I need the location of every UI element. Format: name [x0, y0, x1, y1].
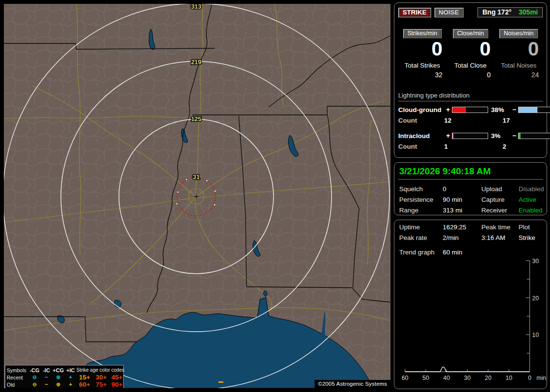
legend-old-row: Old ⊖ − ⊕ + 60+ 75+ 90+	[7, 381, 122, 388]
close-per-min-chip[interactable]: Close/min	[453, 29, 489, 38]
strikes-column: Strikes/min 0 Total Strikes 32	[398, 29, 447, 79]
y-tick-30: 30	[532, 258, 539, 265]
noises-per-min-value: 0	[494, 39, 543, 59]
x-tick-10: 10	[506, 375, 512, 381]
total-close-value: 0	[447, 71, 495, 79]
legend-symbols-header: Symbols	[7, 367, 28, 373]
noises-column: Noises/min 0 Total Noises 24	[494, 29, 543, 79]
ic-plus-bar-fill	[452, 133, 453, 139]
peak-time-value: 3:16 AM	[481, 234, 519, 241]
x-tick-30: 30	[464, 375, 471, 381]
x-tick-40: 40	[443, 375, 450, 381]
cloud-ground-count-row: Count 12 17	[398, 117, 543, 124]
bearing-value: Bng 172°	[482, 8, 511, 16]
recent-pos-ic-icon: +	[65, 375, 76, 380]
cloud-ground-label: Cloud-ground	[398, 106, 444, 113]
cloud-ground-row: Cloud-ground + 38% − 53%	[398, 106, 543, 113]
minus-sign: −	[510, 132, 518, 140]
minus-sign: −	[510, 106, 518, 113]
ic-minus-count: 2	[503, 143, 543, 150]
plus-sign: +	[444, 106, 452, 113]
ring-label-31: 31	[193, 173, 200, 181]
receiver-status: Enabled	[519, 207, 544, 214]
ic-minus-bar-fill	[519, 133, 521, 139]
trend-graph-label: Trend graph	[399, 249, 443, 256]
capture-label: Capture	[481, 196, 519, 203]
old-neg-ic-icon: −	[41, 382, 52, 387]
ic-plus-count: 1	[444, 143, 503, 150]
peak-time-label: Peak time	[481, 224, 519, 231]
cg-minus-bar	[518, 107, 550, 113]
ic-plus-pct: 3%	[488, 132, 510, 140]
legend-age-header: Strike age color codes	[76, 367, 124, 373]
peak-rate-label: Peak rate	[399, 234, 443, 241]
status-panel: 3/21/2026 9:40:18 AM Squelch 0 Upload Di…	[394, 162, 547, 215]
recent-pos-cg-icon: ⊕	[52, 375, 65, 380]
y-tick-20: 20	[532, 295, 539, 302]
noises-per-min-chip[interactable]: Noises/min	[499, 29, 538, 38]
x-axis-unit: min	[536, 375, 546, 381]
legend-col-ncg: -CG	[28, 367, 41, 373]
cg-plus-count: 12	[444, 117, 503, 124]
intracloud-row: Intracloud + 3% − 6%	[398, 132, 543, 140]
old-pos-ic-icon: +	[65, 382, 76, 387]
strike-mode-button[interactable]: STRIKE	[398, 8, 431, 17]
x-tick-20: 20	[485, 375, 492, 381]
recent-neg-ic-icon: −	[41, 375, 52, 380]
uptime-value: 1629:25	[443, 224, 481, 231]
strike-stats-panel: STRIKE NOISE Bng 172° 305mi Strikes/min …	[394, 2, 547, 158]
close-per-min-value: 0	[447, 39, 495, 59]
upload-label: Upload	[481, 185, 519, 193]
old-pos-cg-icon: ⊕	[52, 382, 65, 387]
age-45: 45+	[110, 374, 124, 381]
noise-mode-button[interactable]: NOISE	[434, 8, 463, 17]
strikes-per-min-value: 0	[398, 39, 447, 59]
x-tick-0: 0	[528, 375, 532, 381]
datetime-display: 3/21/2026 9:40:18 AM	[398, 165, 543, 180]
app-window: 313 219 125 31 Symbols -CG -IC +CG +IC S…	[0, 0, 550, 392]
cg-plus-bar-fill	[452, 107, 466, 112]
trend-axis-labels: 30 20 10 60 50 40 30 20 10 0 min	[402, 258, 546, 381]
squelch-value: 0	[443, 185, 481, 193]
total-close-label: Total Close	[447, 62, 495, 69]
map-viewport[interactable]: 313 219 125 31 Symbols -CG -IC +CG +IC S…	[4, 4, 391, 388]
plus-sign: +	[444, 132, 452, 140]
total-strikes-label: Total Strikes	[398, 62, 447, 69]
plot-mode-value: Strike	[519, 234, 543, 241]
capture-status: Active	[519, 196, 544, 203]
age-75: 75+	[93, 381, 110, 388]
age-60: 60+	[76, 381, 93, 388]
persistence-value: 90 min	[443, 196, 481, 203]
trend-panel: Uptime 1629:25 Peak time Plot Peak rate …	[394, 220, 547, 389]
legend-col-pcg: +CG	[52, 367, 65, 373]
legend-header-row: Symbols -CG -IC +CG +IC Strike age color…	[7, 366, 122, 374]
distance-value: 305mi	[519, 8, 538, 16]
range-value: 313 mi	[443, 207, 481, 214]
count-label: Count	[398, 143, 444, 150]
receiver-label: Receiver	[481, 207, 519, 214]
total-noises-value: 24	[494, 71, 543, 79]
y-tick-10: 10	[532, 332, 539, 338]
strikes-per-min-chip[interactable]: Strikes/min	[403, 29, 442, 38]
ring-label-125: 125	[191, 115, 202, 123]
cg-plus-bar	[452, 107, 488, 113]
cg-plus-pct: 38%	[488, 106, 510, 113]
range-label: Range	[399, 207, 443, 214]
legend-recent-label: Recent	[7, 375, 28, 380]
ring-label-313: 313	[191, 4, 202, 10]
x-tick-60: 60	[402, 375, 408, 381]
legend-old-label: Old	[7, 382, 28, 388]
legend-col-nic: -IC	[41, 367, 52, 373]
count-label: Count	[398, 117, 444, 124]
intracloud-count-row: Count 1 2	[398, 143, 543, 150]
legend-col-pic: +IC	[65, 367, 76, 373]
bearing-readout: Bng 172° 305mi	[478, 7, 543, 17]
close-column: Close/min 0 Total Close 0	[447, 29, 495, 79]
intracloud-label: Intracloud	[398, 132, 444, 140]
squelch-label: Squelch	[399, 185, 443, 193]
old-neg-cg-icon: ⊖	[28, 382, 41, 387]
strike-symbol-minus	[218, 381, 223, 383]
map-graphic: 313 219 125 31	[4, 4, 391, 388]
map-legend: Symbols -CG -IC +CG +IC Strike age color…	[5, 365, 124, 388]
upload-status: Disabled	[519, 185, 544, 193]
